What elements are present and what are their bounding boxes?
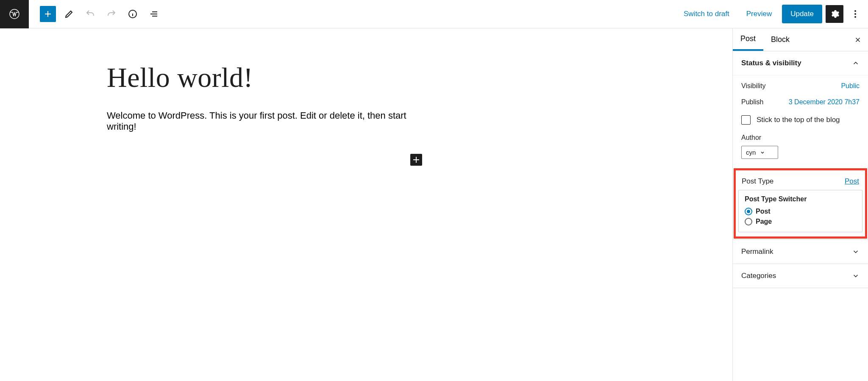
panel-title: Status & visibility [741,59,801,67]
post-type-title: Post Type [742,177,773,186]
stick-label: Stick to the top of the blog [757,116,840,124]
editor-canvas[interactable]: Hello world! Welcome to WordPress. This … [0,28,732,381]
publish-date-value[interactable]: 3 December 2020 7h37 [789,98,860,106]
plus-icon [411,155,421,165]
panel-permalink-header[interactable]: Permalink [733,239,868,264]
post-body[interactable]: Welcome to WordPress. This is your first… [107,110,429,132]
kebab-icon [850,9,860,19]
settings-sidebar: Post Block Status & visibility Visibilit… [732,28,868,381]
tab-post[interactable]: Post [733,28,763,51]
post-type-current-link[interactable]: Post [845,177,859,186]
post-type-header[interactable]: Post Type Post [736,170,865,190]
publish-row: Publish 3 December 2020 7h37 [741,94,860,110]
author-label: Author [741,134,860,142]
more-options-button[interactable] [847,5,864,23]
redo-icon [106,9,117,19]
info-icon [128,9,138,19]
author-select[interactable]: cyn [741,146,778,159]
post-title[interactable]: Hello world! [107,62,253,93]
inline-add-block-button[interactable] [410,154,422,166]
pencil-icon [64,9,74,19]
publish-label: Publish [741,98,763,106]
switcher-title: Post Type Switcher [745,195,856,203]
toolbar-right-group: Switch to draft Preview Update [677,5,868,23]
radio-unselected-icon [745,218,752,225]
panel-title: Permalink [741,248,773,256]
stick-checkbox[interactable] [741,115,751,125]
gear-icon [829,9,840,19]
tab-block[interactable]: Block [763,28,797,51]
radio-option-post[interactable]: Post [745,206,856,217]
radio-option-page[interactable]: Page [745,217,856,227]
stick-to-top-row[interactable]: Stick to the top of the blog [741,110,860,130]
close-icon [854,36,862,44]
visibility-row: Visibility Public [741,78,860,94]
svg-point-2 [854,10,856,12]
outline-button[interactable] [146,6,162,22]
main-area: Hello world! Welcome to WordPress. This … [0,28,868,381]
radio-selected-icon [745,208,752,215]
edit-mode-button[interactable] [61,6,77,22]
close-sidebar-button[interactable] [848,28,868,51]
preview-button[interactable]: Preview [740,6,779,22]
post-type-highlight: Post Type Post Post Type Switcher Post P… [734,168,867,239]
update-button[interactable]: Update [782,5,822,23]
undo-button[interactable] [82,6,98,22]
add-block-button[interactable] [40,6,56,22]
author-value: cyn [746,149,756,156]
undo-icon [85,9,95,19]
chevron-up-icon [852,59,860,67]
settings-button[interactable] [826,5,843,23]
visibility-label: Visibility [741,82,766,90]
toolbar-left-group [29,6,162,22]
chevron-down-icon [852,272,860,280]
radio-label-page: Page [756,218,772,225]
info-button[interactable] [125,6,141,22]
panel-status-visibility-header[interactable]: Status & visibility [733,51,868,75]
wordpress-icon [9,9,19,19]
chevron-down-icon [760,150,765,155]
editor-top-bar: Switch to draft Preview Update [0,0,868,28]
switch-to-draft-button[interactable]: Switch to draft [677,6,736,22]
plus-icon [43,9,53,19]
wordpress-logo[interactable] [0,0,29,28]
sidebar-tabs: Post Block [733,28,868,51]
svg-point-0 [10,9,19,19]
panel-categories-header[interactable]: Categories [733,264,868,288]
panel-title: Categories [741,272,776,280]
redo-button[interactable] [103,6,120,22]
list-icon [149,9,159,19]
post-type-switcher-popover: Post Type Switcher Post Page [738,190,862,232]
svg-point-4 [854,16,856,18]
panel-status-visibility-body: Visibility Public Publish 3 December 202… [733,75,868,167]
chevron-down-icon [852,248,860,256]
radio-label-post: Post [756,208,771,215]
visibility-value[interactable]: Public [841,82,860,90]
svg-point-3 [854,13,856,15]
